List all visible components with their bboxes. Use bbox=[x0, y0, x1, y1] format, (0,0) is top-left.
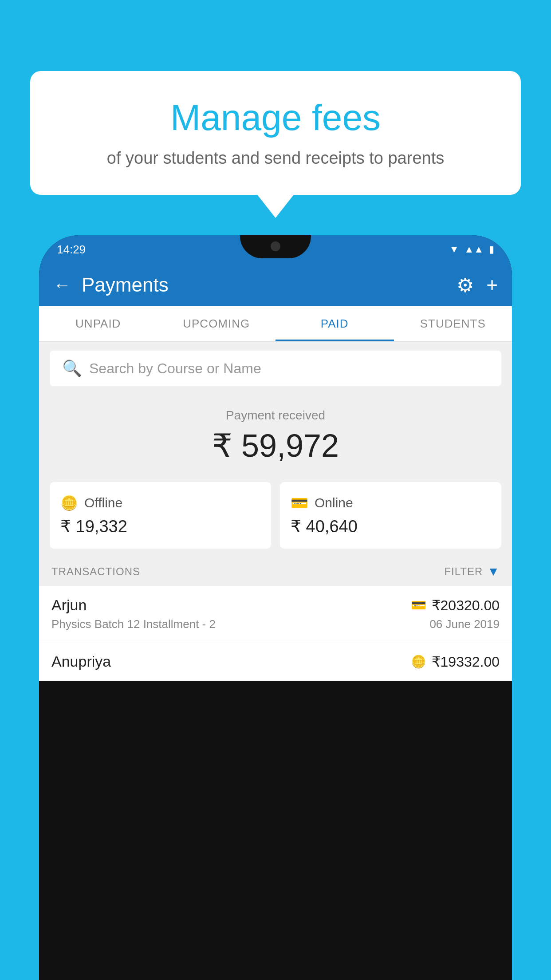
phone-frame: 14:29 ▼ ▲▲ ▮ ← Payments ⚙ + UNPAID UPCOM… bbox=[39, 235, 512, 980]
app-bar-actions: ⚙ + bbox=[457, 274, 498, 296]
status-time: 14:29 bbox=[57, 243, 86, 257]
transaction-row-bottom: Physics Batch 12 Installment - 2 06 June… bbox=[51, 617, 500, 631]
transaction-row-partial[interactable]: Anupriya 🪙 ₹19332.00 bbox=[39, 642, 512, 681]
transaction-amount: ₹20320.00 bbox=[432, 597, 500, 614]
offline-label: Offline bbox=[84, 495, 122, 510]
wifi-icon: ▼ bbox=[449, 244, 459, 255]
filter-button[interactable]: FILTER ▼ bbox=[444, 565, 500, 579]
tab-upcoming[interactable]: UPCOMING bbox=[157, 306, 276, 341]
notch bbox=[240, 235, 311, 258]
offline-card-header: 🪙 Offline bbox=[60, 494, 260, 511]
add-button[interactable]: + bbox=[486, 274, 498, 296]
transaction-course: Physics Batch 12 Installment - 2 bbox=[51, 617, 216, 631]
phone-content: 🔍 Search by Course or Name Payment recei… bbox=[39, 342, 512, 681]
online-card-header: 💳 Online bbox=[291, 494, 491, 511]
offline-amount: ₹ 19,332 bbox=[60, 517, 260, 536]
back-button[interactable]: ← bbox=[53, 275, 71, 295]
transactions-header: TRANSACTIONS FILTER ▼ bbox=[39, 557, 512, 586]
tab-students[interactable]: STUDENTS bbox=[394, 306, 512, 341]
transaction-row-top: Arjun 💳 ₹20320.00 bbox=[51, 597, 500, 614]
online-icon: 💳 bbox=[291, 494, 308, 511]
payment-received-section: Payment received ₹ 59,972 bbox=[39, 395, 512, 473]
filter-icon: ▼ bbox=[487, 565, 500, 579]
speech-bubble: Manage fees of your students and send re… bbox=[30, 71, 521, 195]
payment-cards: 🪙 Offline ₹ 19,332 💳 Online ₹ 40,640 bbox=[50, 482, 501, 549]
tabs: UNPAID UPCOMING PAID STUDENTS bbox=[39, 306, 512, 342]
camera bbox=[271, 241, 280, 251]
online-amount: ₹ 40,640 bbox=[291, 517, 491, 536]
payment-amount: ₹ 59,972 bbox=[50, 427, 501, 464]
signal-icon: ▲▲ bbox=[464, 244, 484, 255]
transaction-amount-wrapper-2: 🪙 ₹19332.00 bbox=[411, 653, 500, 670]
bubble-subtitle: of your students and send receipts to pa… bbox=[51, 146, 500, 170]
transaction-offline-icon: 🪙 bbox=[411, 654, 426, 669]
settings-button[interactable]: ⚙ bbox=[457, 274, 474, 296]
offline-icon: 🪙 bbox=[60, 494, 78, 511]
tab-unpaid[interactable]: UNPAID bbox=[39, 306, 157, 341]
transaction-name-2: Anupriya bbox=[51, 653, 111, 670]
search-icon: 🔍 bbox=[62, 359, 82, 378]
app-bar: ← Payments ⚙ + bbox=[39, 264, 512, 306]
status-icons: ▼ ▲▲ ▮ bbox=[449, 244, 494, 255]
transaction-date: 06 June 2019 bbox=[429, 617, 500, 631]
battery-icon: ▮ bbox=[489, 244, 494, 255]
transaction-amount-wrapper: 💳 ₹20320.00 bbox=[411, 597, 500, 614]
transaction-amount-2: ₹19332.00 bbox=[432, 653, 500, 670]
filter-label: FILTER bbox=[444, 565, 483, 578]
search-bar[interactable]: 🔍 Search by Course or Name bbox=[50, 351, 501, 386]
search-input[interactable]: Search by Course or Name bbox=[89, 360, 261, 377]
offline-card: 🪙 Offline ₹ 19,332 bbox=[50, 482, 271, 549]
transaction-row-partial-top: Anupriya 🪙 ₹19332.00 bbox=[51, 653, 500, 670]
page-title: Payments bbox=[82, 274, 457, 296]
transaction-name: Arjun bbox=[51, 597, 87, 614]
transactions-label: TRANSACTIONS bbox=[51, 565, 140, 578]
tab-paid[interactable]: PAID bbox=[276, 306, 394, 341]
payment-received-label: Payment received bbox=[50, 408, 501, 423]
bubble-title: Manage fees bbox=[51, 98, 500, 138]
online-label: Online bbox=[315, 495, 353, 510]
status-bar: 14:29 ▼ ▲▲ ▮ bbox=[39, 235, 512, 264]
transaction-card-icon: 💳 bbox=[411, 598, 426, 612]
transaction-row[interactable]: Arjun 💳 ₹20320.00 Physics Batch 12 Insta… bbox=[39, 586, 512, 642]
online-card: 💳 Online ₹ 40,640 bbox=[280, 482, 501, 549]
